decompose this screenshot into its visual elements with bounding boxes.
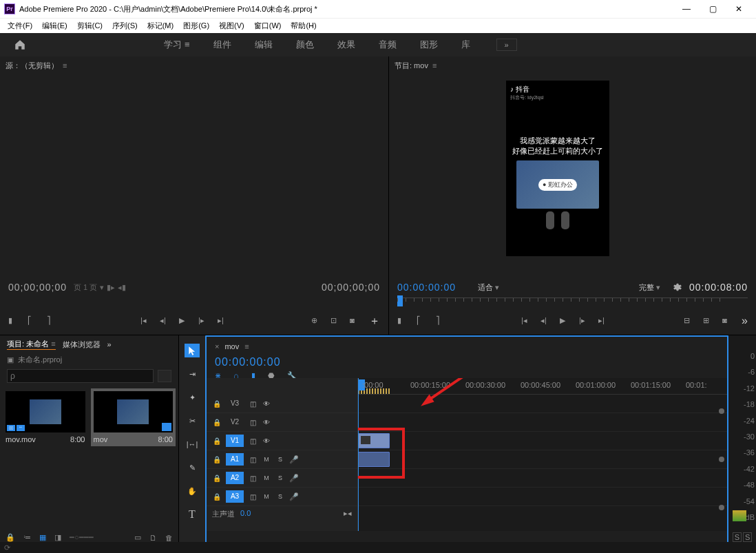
workspace-color[interactable]: 颜色 (296, 36, 314, 54)
lock-icon[interactable]: 🔒 (212, 474, 222, 482)
home-icon[interactable] (14, 39, 26, 51)
menu-file[interactable]: 文件(F) (3, 21, 37, 31)
workspace-learn[interactable]: 学习≡ (164, 36, 190, 54)
workspace-graphics[interactable]: 图形 (420, 36, 438, 54)
in-icon[interactable]: ⎡ (417, 316, 426, 326)
search-input[interactable] (7, 369, 154, 383)
tab-project[interactable]: 项目: 未命名 ≡ (7, 339, 56, 350)
expand-icon[interactable]: ▸◂ (344, 509, 352, 519)
out-icon[interactable]: ⎤ (47, 316, 56, 326)
workspace-audio[interactable]: 音频 (379, 36, 397, 54)
out-icon[interactable]: ◂▮ (118, 283, 126, 292)
menu-graphics[interactable]: 图形(G) (178, 21, 214, 31)
mute-button[interactable]: M (262, 456, 271, 463)
resolution-dropdown[interactable]: 完整 ▾ (639, 282, 660, 293)
step-back-icon[interactable]: ◂| (160, 316, 169, 326)
voiceover-icon[interactable]: 🎤 (289, 455, 299, 464)
insert-icon[interactable]: ⊕ (311, 316, 321, 326)
menu-window[interactable]: 窗口(W) (249, 21, 286, 31)
track-v2[interactable]: V2 (226, 416, 244, 428)
minimize-button[interactable]: — (673, 0, 700, 18)
source-tc-out[interactable]: 00;00;00;00 (322, 282, 380, 293)
workspace-effects[interactable]: 效果 (337, 36, 355, 54)
solo-right[interactable]: S (743, 532, 752, 542)
icon-view-icon[interactable]: ▦ (39, 533, 46, 542)
bin-icon[interactable] (158, 370, 171, 382)
source-page-label[interactable]: 页 1 页 (74, 282, 97, 293)
menu-view[interactable]: 视图(V) (214, 21, 249, 31)
toggle-visibility-icon[interactable] (262, 437, 271, 445)
source-tc-in[interactable]: 00;00;00;00 (8, 282, 67, 293)
tab-more-icon[interactable]: » (107, 340, 112, 348)
toggle-visibility-icon[interactable] (262, 419, 271, 426)
sync-lock-icon[interactable]: ◫ (248, 456, 258, 463)
lock-icon[interactable]: 🔒 (212, 493, 222, 501)
export-frame-icon[interactable]: ◙ (722, 316, 732, 326)
marker-icon[interactable]: ▮ (397, 316, 407, 326)
track-a3[interactable]: A3 (226, 490, 244, 503)
sync-lock-icon[interactable]: ◫ (248, 400, 258, 408)
sequence-name[interactable]: mov (224, 342, 239, 351)
track-v1[interactable]: V1 (226, 435, 244, 447)
track-a1[interactable]: A1 (226, 453, 244, 466)
fit-dropdown[interactable]: 适合 ▾ (478, 282, 499, 293)
timeline-canvas[interactable]: :00:00 00:00:15:00 00:00:30:00 00:00:45:… (358, 378, 727, 531)
panel-menu-icon[interactable]: ≡ (432, 61, 437, 70)
step-back-icon[interactable]: ◂| (540, 316, 550, 326)
lift-icon[interactable]: ⊟ (684, 316, 693, 326)
timeline-timecode[interactable]: 00:00:00:00 (207, 356, 727, 368)
step-fwd-icon[interactable]: |▸ (579, 316, 589, 326)
zoom-scroll-mid[interactable] (719, 457, 724, 462)
sync-lock-icon[interactable]: ◫ (248, 493, 258, 501)
goto-out-icon[interactable]: ▸| (218, 316, 227, 326)
close-button[interactable]: ✕ (726, 0, 752, 18)
panel-menu-icon[interactable]: ≡ (63, 61, 67, 70)
type-tool-icon[interactable]: T (185, 508, 200, 521)
new-item-icon[interactable]: 🗋 (149, 534, 157, 542)
maximize-button[interactable]: ▢ (700, 0, 726, 18)
sync-lock-icon[interactable]: ◫ (248, 474, 258, 482)
program-tc-duration[interactable]: 00:00:08:00 (689, 282, 748, 293)
voiceover-icon[interactable]: 🎤 (289, 492, 299, 501)
pen-tool-icon[interactable]: ✎ (185, 461, 200, 474)
playhead-icon[interactable] (397, 295, 403, 306)
sync-icon[interactable]: ⟳ (4, 543, 10, 552)
out-icon[interactable]: ⎤ (436, 316, 445, 326)
goto-out-icon[interactable]: ▸| (598, 316, 608, 326)
lock-icon[interactable]: 🔒 (212, 400, 222, 408)
lock-icon[interactable]: 🔒 (212, 419, 222, 426)
program-scrubber[interactable] (397, 298, 748, 307)
export-frame-icon[interactable]: ◙ (350, 316, 359, 326)
mute-button[interactable]: M (262, 474, 271, 481)
panel-menu-icon[interactable]: ≡ (244, 342, 249, 351)
sync-lock-icon[interactable]: ◫ (248, 419, 258, 426)
project-item-mov-clip[interactable]: ▯▯↔ mov.mov8:00 (3, 388, 88, 446)
mute-button[interactable]: M (262, 493, 271, 500)
sync-lock-icon[interactable]: ◫ (248, 437, 258, 445)
workspace-libraries[interactable]: 库 (461, 36, 470, 54)
menu-edit[interactable]: 编辑(E) (37, 21, 72, 31)
lock-icon[interactable]: 🔒 (6, 533, 15, 542)
play-icon[interactable]: ▶ (179, 316, 189, 326)
solo-button[interactable]: S (275, 474, 285, 481)
lock-icon[interactable]: 🔒 (212, 456, 222, 463)
step-fwd-icon[interactable]: |▸ (198, 316, 208, 326)
toggle-visibility-icon[interactable] (262, 400, 271, 408)
menu-help[interactable]: 帮助(H) (286, 21, 321, 31)
workspace-assembly[interactable]: 组件 (213, 36, 231, 54)
compare-icon[interactable]: » (742, 315, 748, 327)
solo-button[interactable]: S (275, 456, 285, 463)
selection-tool-icon[interactable] (185, 344, 200, 357)
track-v3[interactable]: V3 (226, 397, 244, 410)
workspace-editing[interactable]: 编辑 (255, 36, 273, 54)
zoom-scroll-top[interactable] (719, 408, 724, 414)
goto-in-icon[interactable]: |◂ (521, 316, 531, 326)
in-icon[interactable]: ⎡ (28, 316, 37, 326)
overwrite-icon[interactable]: ⊡ (330, 316, 340, 326)
razor-tool-icon[interactable]: ✂ (185, 414, 200, 428)
track-select-tool-icon[interactable]: ⇥ (185, 367, 200, 381)
program-tc-current[interactable]: 00:00:00:00 (397, 282, 456, 293)
workspace-menu-icon[interactable]: ≡ (185, 36, 190, 52)
close-sequence-icon[interactable]: × (215, 342, 219, 351)
master-value[interactable]: 0.0 (240, 509, 251, 519)
